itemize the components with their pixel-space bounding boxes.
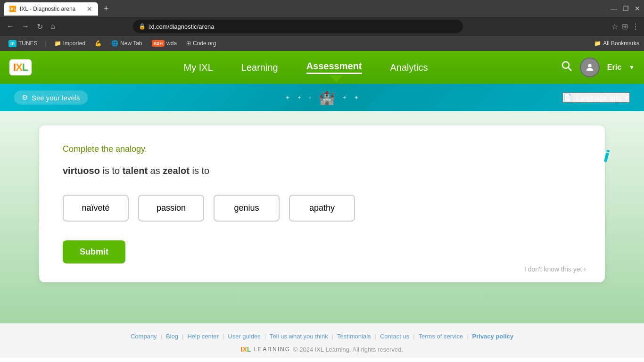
- nav-arrow: [330, 75, 343, 82]
- address-bar[interactable]: 🔒 ixl.com/diagnostic/arena: [133, 20, 463, 33]
- bookmark-newtab[interactable]: 🌐 New Tab: [107, 39, 146, 48]
- footer-sep-4: |: [264, 333, 266, 340]
- bookmark-wda[interactable]: KBH wda: [148, 39, 181, 48]
- footer-logo-l: L: [247, 346, 251, 353]
- nav-my-ixl[interactable]: My IXL: [184, 62, 213, 73]
- language-arts-button[interactable]: 📄 Language arts ▾: [562, 92, 630, 103]
- sparkle-right: ✦: [354, 94, 359, 101]
- browser-menu-icon[interactable]: ⋮: [632, 22, 639, 31]
- sparkle-plus-right: +: [343, 94, 346, 101]
- star-icon[interactable]: ☆: [611, 22, 618, 31]
- user-dropdown-arrow[interactable]: ▼: [629, 64, 635, 71]
- see-levels-label: See your levels: [32, 94, 80, 102]
- logo-x: X: [16, 61, 22, 73]
- footer-company[interactable]: Company: [131, 333, 157, 340]
- close-button[interactable]: ✕: [635, 5, 640, 12]
- browser-right-icons: ☆ ⊞ ⋮: [611, 22, 639, 31]
- sparkle-plus-left: +: [298, 94, 301, 101]
- bookmark-tunes[interactable]: m TUNES: [5, 39, 41, 48]
- see-levels-button[interactable]: ⚙ See your levels: [14, 90, 88, 105]
- nav-learning[interactable]: Learning: [241, 62, 278, 73]
- bookmark-codeorg-icon: ⊞: [186, 40, 191, 47]
- word3: zealot: [163, 165, 190, 176]
- footer-testimonials[interactable]: Testimonials: [337, 333, 371, 340]
- bookmarks-bar: m TUNES | 📁 Imported 💪 🌐 New Tab KBH wda…: [0, 36, 644, 51]
- submit-button[interactable]: Submit: [63, 240, 125, 263]
- user-avatar-button[interactable]: [580, 58, 600, 77]
- tab-area: IXL IXL - Diagnostic arena ✕ +: [4, 2, 607, 16]
- footer-feedback[interactable]: Tell us what you think: [270, 333, 328, 340]
- footer-guides[interactable]: User guides: [228, 333, 260, 340]
- word2: talent: [123, 165, 148, 176]
- lock-icon: 🔒: [139, 23, 146, 30]
- footer-learning-label: LEARNING: [254, 346, 290, 353]
- minimize-button[interactable]: —: [611, 5, 617, 12]
- active-tab[interactable]: IXL IXL - Diagnostic arena ✕: [4, 2, 98, 16]
- bookmark-boost[interactable]: 💪: [91, 39, 106, 48]
- levels-icon: ⚙: [22, 93, 28, 102]
- footer-sep-1: |: [161, 333, 162, 340]
- search-button[interactable]: [561, 60, 572, 74]
- sep1: |: [45, 40, 47, 47]
- main-nav: IXL My IXL Learning Assessment Analytics: [0, 51, 644, 84]
- bookmark-imported-label: Imported: [63, 40, 85, 47]
- footer-links: Company | Blog | Help center | User guid…: [0, 333, 644, 340]
- choice-passion[interactable]: passion: [138, 195, 204, 222]
- username-label: Eric: [607, 63, 621, 72]
- ixl-logo[interactable]: IXL: [9, 59, 32, 75]
- footer-blog[interactable]: Blog: [166, 333, 178, 340]
- browser-chrome: IXL IXL - Diagnostic arena ✕ + — ❐ ✕ ← →…: [0, 0, 644, 51]
- restore-button[interactable]: ❐: [623, 5, 629, 12]
- window-controls: — ❐ ✕: [611, 5, 640, 12]
- page-background: Complete the analogy. virtuoso is to tal…: [0, 111, 644, 323]
- connector: as: [148, 165, 163, 176]
- castle-icon: 🏰: [319, 90, 335, 106]
- svg-point-0: [562, 62, 569, 68]
- refresh-button[interactable]: ↻: [35, 20, 45, 33]
- footer-sep-6: |: [375, 333, 376, 340]
- footer-privacy[interactable]: Privacy policy: [472, 333, 513, 340]
- bookmark-newtab-label: New Tab: [120, 40, 142, 47]
- forward-button[interactable]: →: [20, 20, 31, 33]
- svg-point-2: [588, 64, 591, 67]
- sparkle-plus-small: +: [309, 95, 312, 100]
- footer-sep-7: |: [413, 333, 414, 340]
- tab-title: IXL - Diagnostic arena: [20, 6, 75, 12]
- footer-ixl-logo: IXL: [241, 346, 251, 353]
- footer-sep-3: |: [223, 333, 224, 340]
- word1: virtuoso: [63, 165, 100, 176]
- bookmark-tunes-label: TUNES: [18, 40, 38, 47]
- nav-analytics[interactable]: Analytics: [390, 62, 428, 73]
- footer-terms[interactable]: Terms of service: [419, 333, 463, 340]
- footer-help[interactable]: Help center: [187, 333, 218, 340]
- question-instruction: Complete the analogy.: [63, 144, 581, 154]
- footer-logo-x: X: [243, 346, 247, 353]
- home-button[interactable]: ⌂: [49, 20, 57, 33]
- new-tab-button[interactable]: +: [100, 2, 113, 16]
- footer-contact[interactable]: Contact us: [380, 333, 409, 340]
- back-button[interactable]: ←: [5, 20, 16, 33]
- bookmark-newtab-icon: 🌐: [111, 40, 118, 47]
- answer-choices: naïveté passion genius apathy: [63, 195, 581, 222]
- question-card: Complete the analogy. virtuoso is to tal…: [39, 125, 605, 282]
- bookmark-codeorg[interactable]: ⊞ Code.org: [182, 39, 220, 48]
- bookmark-tunes-icon: m: [8, 40, 17, 47]
- sparkle-left: ✦: [285, 94, 290, 101]
- choice-genius[interactable]: genius: [214, 195, 280, 222]
- tab-close-button[interactable]: ✕: [87, 5, 92, 13]
- choice-apathy[interactable]: apathy: [289, 195, 355, 222]
- browser-addressbar: ← → ↻ ⌂ 🔒 ixl.com/diagnostic/arena ☆ ⊞ ⋮: [0, 17, 644, 36]
- bookmark-imported[interactable]: 📁 Imported: [50, 39, 89, 48]
- text-prefix: is to: [100, 165, 123, 176]
- language-arts-dropdown-icon: ▾: [625, 93, 629, 102]
- all-bookmarks-button[interactable]: 📁 All Bookmarks: [594, 40, 639, 47]
- dont-know-link[interactable]: I don't know this yet ›: [524, 265, 586, 273]
- nav-assessment[interactable]: Assessment: [306, 61, 362, 74]
- footer-sep-5: |: [332, 333, 333, 340]
- footer-copyright: © 2024 IXL Learning. All rights reserved…: [293, 346, 403, 353]
- pencil-icon: [598, 147, 618, 167]
- bookmark-codeorg-label: Code.org: [193, 40, 216, 47]
- extensions-icon[interactable]: ⊞: [622, 22, 628, 31]
- choice-naivete[interactable]: naïveté: [63, 195, 129, 222]
- banner-sparkles: ✦ + + 🏰 + ✦: [285, 90, 360, 106]
